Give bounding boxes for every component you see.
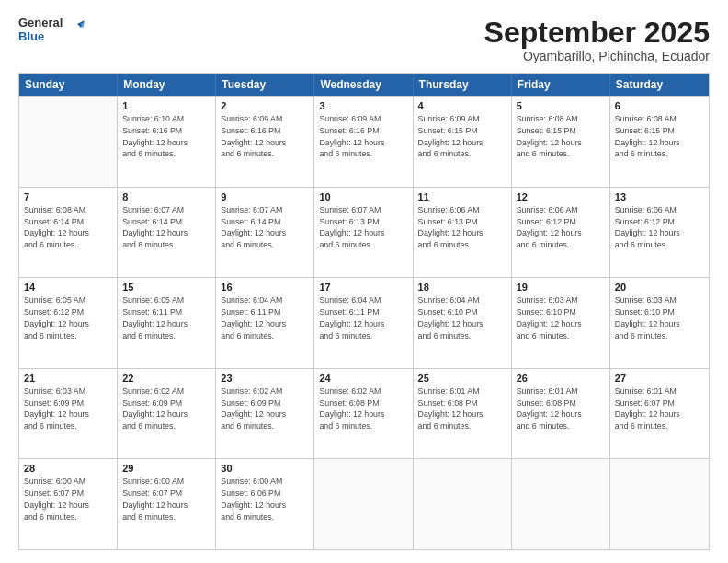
- logo-general: General: [18, 17, 63, 30]
- calendar-day-14: 14Sunrise: 6:05 AMSunset: 6:12 PMDayligh…: [19, 278, 118, 368]
- day-number: 7: [24, 191, 112, 202]
- day-number: 21: [24, 373, 112, 384]
- day-number: 24: [319, 373, 407, 384]
- calendar-day-1: 1Sunrise: 6:10 AMSunset: 6:16 PMDaylight…: [118, 97, 216, 187]
- day-number: 25: [418, 373, 506, 384]
- day-info: Sunrise: 6:10 AMSunset: 6:16 PMDaylight:…: [122, 113, 210, 160]
- day-info: Sunrise: 6:02 AMSunset: 6:08 PMDaylight:…: [319, 385, 407, 432]
- calendar-day-5: 5Sunrise: 6:08 AMSunset: 6:15 PMDaylight…: [512, 97, 610, 187]
- day-number: 11: [418, 191, 506, 202]
- day-info: Sunrise: 6:07 AMSunset: 6:14 PMDaylight:…: [122, 204, 210, 251]
- calendar-day-15: 15Sunrise: 6:05 AMSunset: 6:11 PMDayligh…: [118, 278, 216, 368]
- day-info: Sunrise: 6:03 AMSunset: 6:10 PMDaylight:…: [615, 294, 704, 341]
- day-info: Sunrise: 6:01 AMSunset: 6:08 PMDaylight:…: [517, 385, 605, 432]
- day-info: Sunrise: 6:02 AMSunset: 6:09 PMDaylight:…: [221, 385, 309, 432]
- day-info: Sunrise: 6:00 AMSunset: 6:07 PMDaylight:…: [122, 476, 210, 523]
- calendar: SundayMondayTuesdayWednesdayThursdayFrid…: [18, 73, 710, 550]
- logo-blue: Blue: [18, 30, 63, 44]
- calendar-day-18: 18Sunrise: 6:04 AMSunset: 6:10 PMDayligh…: [414, 278, 512, 368]
- calendar-week-2: 7Sunrise: 6:08 AMSunset: 6:14 PMDaylight…: [19, 187, 709, 278]
- day-number: 13: [615, 191, 704, 202]
- day-info: Sunrise: 6:08 AMSunset: 6:15 PMDaylight:…: [517, 113, 605, 160]
- header-day-sunday: Sunday: [19, 74, 118, 96]
- calendar-day-7: 7Sunrise: 6:08 AMSunset: 6:14 PMDaylight…: [19, 188, 118, 278]
- day-number: 4: [418, 100, 506, 111]
- calendar-week-3: 14Sunrise: 6:05 AMSunset: 6:12 PMDayligh…: [19, 277, 709, 368]
- calendar-week-1: 1Sunrise: 6:10 AMSunset: 6:16 PMDaylight…: [19, 96, 709, 187]
- calendar-day-21: 21Sunrise: 6:03 AMSunset: 6:09 PMDayligh…: [19, 369, 118, 459]
- day-number: 5: [517, 100, 605, 111]
- logo-bird-icon: [64, 20, 85, 40]
- day-number: 6: [615, 100, 704, 111]
- calendar-day-3: 3Sunrise: 6:09 AMSunset: 6:16 PMDaylight…: [314, 97, 413, 187]
- calendar-day-28: 28Sunrise: 6:00 AMSunset: 6:07 PMDayligh…: [19, 459, 118, 549]
- header: General Blue September 2025 Oyambarillo,…: [18, 17, 710, 63]
- calendar-empty-4-5: [512, 459, 610, 549]
- logo: General Blue: [18, 17, 85, 44]
- day-info: Sunrise: 6:02 AMSunset: 6:09 PMDaylight:…: [122, 385, 210, 432]
- calendar-day-19: 19Sunrise: 6:03 AMSunset: 6:10 PMDayligh…: [512, 278, 610, 368]
- header-day-monday: Monday: [118, 74, 216, 96]
- day-info: Sunrise: 6:05 AMSunset: 6:12 PMDaylight:…: [24, 294, 112, 341]
- calendar-empty-0-0: [19, 97, 118, 187]
- calendar-day-29: 29Sunrise: 6:00 AMSunset: 6:07 PMDayligh…: [118, 459, 216, 549]
- day-info: Sunrise: 6:03 AMSunset: 6:09 PMDaylight:…: [24, 385, 112, 432]
- day-info: Sunrise: 6:04 AMSunset: 6:11 PMDaylight:…: [221, 294, 309, 341]
- calendar-week-4: 21Sunrise: 6:03 AMSunset: 6:09 PMDayligh…: [19, 368, 709, 459]
- calendar-day-23: 23Sunrise: 6:02 AMSunset: 6:09 PMDayligh…: [216, 369, 314, 459]
- day-info: Sunrise: 6:01 AMSunset: 6:08 PMDaylight:…: [418, 385, 506, 432]
- header-day-wednesday: Wednesday: [314, 74, 413, 96]
- calendar-empty-4-4: [414, 459, 512, 549]
- month-title: September 2025: [484, 17, 710, 49]
- calendar-body: 1Sunrise: 6:10 AMSunset: 6:16 PMDaylight…: [19, 96, 709, 549]
- header-day-saturday: Saturday: [610, 74, 709, 96]
- day-info: Sunrise: 6:04 AMSunset: 6:10 PMDaylight:…: [418, 294, 506, 341]
- calendar-day-8: 8Sunrise: 6:07 AMSunset: 6:14 PMDaylight…: [118, 188, 216, 278]
- day-info: Sunrise: 6:06 AMSunset: 6:12 PMDaylight:…: [615, 204, 704, 251]
- header-day-friday: Friday: [512, 74, 610, 96]
- day-info: Sunrise: 6:01 AMSunset: 6:07 PMDaylight:…: [615, 385, 704, 432]
- calendar-day-4: 4Sunrise: 6:09 AMSunset: 6:15 PMDaylight…: [414, 97, 512, 187]
- day-info: Sunrise: 6:00 AMSunset: 6:06 PMDaylight:…: [221, 476, 309, 523]
- day-number: 12: [517, 191, 605, 202]
- calendar-empty-4-3: [314, 459, 413, 549]
- calendar-day-20: 20Sunrise: 6:03 AMSunset: 6:10 PMDayligh…: [610, 278, 709, 368]
- calendar-day-13: 13Sunrise: 6:06 AMSunset: 6:12 PMDayligh…: [610, 188, 709, 278]
- day-number: 16: [221, 282, 309, 293]
- calendar-day-22: 22Sunrise: 6:02 AMSunset: 6:09 PMDayligh…: [118, 369, 216, 459]
- calendar-day-10: 10Sunrise: 6:07 AMSunset: 6:13 PMDayligh…: [314, 188, 413, 278]
- day-info: Sunrise: 6:08 AMSunset: 6:15 PMDaylight:…: [615, 113, 704, 160]
- day-info: Sunrise: 6:03 AMSunset: 6:10 PMDaylight:…: [517, 294, 605, 341]
- day-info: Sunrise: 6:07 AMSunset: 6:13 PMDaylight:…: [319, 204, 407, 251]
- calendar-day-26: 26Sunrise: 6:01 AMSunset: 6:08 PMDayligh…: [512, 369, 610, 459]
- day-number: 27: [615, 373, 704, 384]
- location-subtitle: Oyambarillo, Pichincha, Ecuador: [484, 49, 710, 63]
- day-number: 9: [221, 191, 309, 202]
- header-day-thursday: Thursday: [414, 74, 512, 96]
- day-number: 29: [122, 463, 210, 474]
- day-number: 23: [221, 373, 309, 384]
- day-number: 14: [24, 282, 112, 293]
- calendar-day-6: 6Sunrise: 6:08 AMSunset: 6:15 PMDaylight…: [610, 97, 709, 187]
- day-info: Sunrise: 6:04 AMSunset: 6:11 PMDaylight:…: [319, 294, 407, 341]
- day-info: Sunrise: 6:09 AMSunset: 6:16 PMDaylight:…: [221, 113, 309, 160]
- day-info: Sunrise: 6:08 AMSunset: 6:14 PMDaylight:…: [24, 204, 112, 251]
- calendar-day-24: 24Sunrise: 6:02 AMSunset: 6:08 PMDayligh…: [314, 369, 413, 459]
- day-number: 18: [418, 282, 506, 293]
- day-number: 20: [615, 282, 704, 293]
- calendar-day-17: 17Sunrise: 6:04 AMSunset: 6:11 PMDayligh…: [314, 278, 413, 368]
- day-number: 15: [122, 282, 210, 293]
- page: General Blue September 2025 Oyambarillo,…: [0, 0, 728, 563]
- calendar-day-27: 27Sunrise: 6:01 AMSunset: 6:07 PMDayligh…: [610, 369, 709, 459]
- day-number: 8: [122, 191, 210, 202]
- day-info: Sunrise: 6:05 AMSunset: 6:11 PMDaylight:…: [122, 294, 210, 341]
- day-info: Sunrise: 6:07 AMSunset: 6:14 PMDaylight:…: [221, 204, 309, 251]
- calendar-empty-4-6: [610, 459, 709, 549]
- calendar-week-5: 28Sunrise: 6:00 AMSunset: 6:07 PMDayligh…: [19, 458, 709, 549]
- day-number: 19: [517, 282, 605, 293]
- day-number: 3: [319, 100, 407, 111]
- calendar-day-25: 25Sunrise: 6:01 AMSunset: 6:08 PMDayligh…: [414, 369, 512, 459]
- calendar-day-11: 11Sunrise: 6:06 AMSunset: 6:13 PMDayligh…: [414, 188, 512, 278]
- day-number: 10: [319, 191, 407, 202]
- calendar-day-12: 12Sunrise: 6:06 AMSunset: 6:12 PMDayligh…: [512, 188, 610, 278]
